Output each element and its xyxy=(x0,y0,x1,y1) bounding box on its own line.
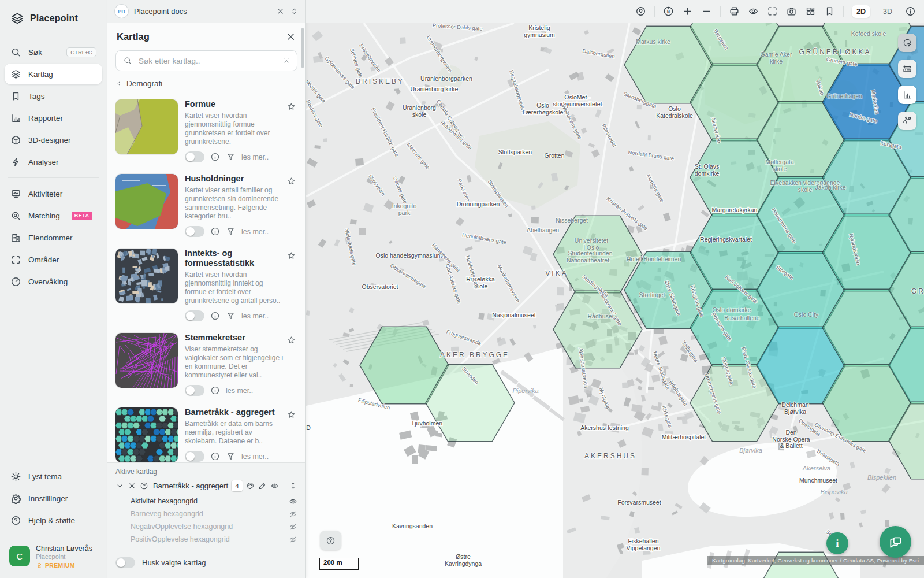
layer-card-inntekts-og-formuesstatistikk[interactable]: Inntekts- og formuesstatistikkKartet vis… xyxy=(116,243,297,327)
layer-toggle[interactable] xyxy=(185,385,204,396)
sidebar-item-s-k[interactable]: SøkCTRL+G xyxy=(5,42,102,62)
layer-card-barnetr-kk-aggregert[interactable]: Barnetråkk - aggregertBarnetråkk er data… xyxy=(116,402,297,462)
favorite-star-icon[interactable] xyxy=(286,410,296,420)
sidebar-item-matching[interactable]: MatchingBETA xyxy=(5,205,102,226)
filter-icon[interactable] xyxy=(226,311,236,321)
travel-time-tool-button[interactable] xyxy=(898,112,916,130)
favorite-star-icon[interactable] xyxy=(286,102,296,112)
map-canvas[interactable]: Professor Dahls gateKristeliggymnasiumBR… xyxy=(306,23,924,578)
mode-3d-button[interactable]: 3D xyxy=(878,5,897,18)
sidebar-item-tags[interactable]: Tags xyxy=(5,86,102,106)
mode-2d-button[interactable]: 2D xyxy=(852,5,870,18)
hidden-eye-icon[interactable] xyxy=(289,523,297,531)
map-info-button[interactable]: i xyxy=(826,532,848,554)
favorite-star-icon[interactable] xyxy=(286,335,296,345)
select-tool-button[interactable] xyxy=(898,34,916,52)
chevron-down-icon[interactable] xyxy=(116,481,124,490)
sidebar-item-analyser[interactable]: Analyser xyxy=(5,151,102,172)
sidebar-item-rapporter[interactable]: Rapporter xyxy=(5,108,102,128)
chart-tool-button[interactable] xyxy=(898,86,916,104)
draw-pin-icon[interactable] xyxy=(635,6,646,17)
zoom-out-icon[interactable] xyxy=(701,6,712,17)
layer-thumbnail xyxy=(116,99,178,154)
read-more-link[interactable]: les mer.. xyxy=(241,453,269,461)
compass-icon[interactable]: N xyxy=(663,6,674,17)
scrollbar-thumb[interactable] xyxy=(301,28,304,68)
sidebar-item-hjelp-st-tte[interactable]: Hjelp & støtte xyxy=(5,510,102,531)
svg-text:FiskehallenVippetangen: FiskehallenVippetangen xyxy=(627,538,661,551)
sidebar-item-lyst-tema[interactable]: Lyst tema xyxy=(5,466,102,487)
sidebar-item-eiendommer[interactable]: Eiendommer xyxy=(5,227,102,248)
divider xyxy=(720,6,721,17)
visible-eye-icon[interactable] xyxy=(289,497,297,506)
sublayer-row-negativopplevelse-hexagongrid[interactable]: NegativOpplevelse hexagongrid xyxy=(131,520,297,533)
layer-card-husholdninger[interactable]: HusholdningerKartet viser antall familie… xyxy=(116,168,297,243)
hidden-eye-icon[interactable] xyxy=(289,510,297,518)
app-logo[interactable]: Placepoint xyxy=(0,0,107,35)
screenshot-icon[interactable] xyxy=(786,6,797,17)
info-icon[interactable] xyxy=(210,451,220,461)
layer-toggle[interactable] xyxy=(185,451,204,462)
read-more-link[interactable]: les mer.. xyxy=(241,312,269,320)
info-icon[interactable] xyxy=(210,227,220,236)
favorite-star-icon[interactable] xyxy=(286,176,296,186)
layer-card-formue[interactable]: FormueKartet viser hvordan gjennomsnittl… xyxy=(116,94,297,168)
info-icon[interactable] xyxy=(210,152,220,162)
print-icon[interactable] xyxy=(729,6,740,17)
user-profile[interactable]: C Christian Løverås Placepoint PREMIUM xyxy=(0,538,107,578)
widgets-icon[interactable] xyxy=(805,6,816,17)
remember-layers-toggle[interactable] xyxy=(116,557,135,568)
visibility-icon[interactable] xyxy=(748,6,759,17)
sublayer-row-aktivitet-hexagongrid[interactable]: Aktivitet hexagongrid xyxy=(131,495,297,507)
sidebar-item-3d-designer[interactable]: 3D-designer xyxy=(5,129,102,150)
read-more-link[interactable]: les mer.. xyxy=(241,153,269,161)
sidebar-item-innstillinger[interactable]: Innstillinger xyxy=(5,488,102,509)
favorite-star-icon[interactable] xyxy=(286,251,296,261)
sublayer-row-positivopplevelse-hexagongrid[interactable]: PositivOpplevelse hexagongrid xyxy=(131,533,297,546)
close-panel-icon[interactable] xyxy=(285,31,296,42)
active-layers-heading: Aktive kartlag xyxy=(116,468,297,476)
layer-visibility-icon[interactable] xyxy=(270,481,279,490)
svg-text:Bispekilen: Bispekilen xyxy=(867,474,896,481)
sidebar-item-omr-der[interactable]: Områder xyxy=(5,249,102,270)
layer-search[interactable] xyxy=(116,50,297,71)
info-icon[interactable] xyxy=(210,311,220,321)
info-icon[interactable] xyxy=(210,386,220,395)
layer-toggle[interactable] xyxy=(185,226,204,237)
filter-icon[interactable] xyxy=(226,227,236,236)
filter-icon[interactable] xyxy=(226,451,236,461)
sidebar-item-aktiviteter[interactable]: Aktiviteter xyxy=(5,183,102,204)
sublayer-row-barneveg-hexagongrid[interactable]: Barneveg hexagongrid xyxy=(131,507,297,520)
layer-card-stemmekretser[interactable]: StemmekretserViser stemmekretser og valg… xyxy=(116,327,297,402)
hidden-eye-icon[interactable] xyxy=(289,535,297,544)
chat-button[interactable] xyxy=(880,526,911,558)
doc-tab[interactable]: PD Placepoint docs xyxy=(107,0,305,23)
close-doc-icon[interactable] xyxy=(276,7,285,16)
breadcrumb[interactable]: Demografi xyxy=(116,71,297,91)
measure-tool-button[interactable] xyxy=(898,60,916,78)
layer-info-icon[interactable] xyxy=(140,481,148,490)
read-more-link[interactable]: les mer.. xyxy=(241,228,269,236)
fullscreen-icon[interactable] xyxy=(767,6,778,17)
palette-icon[interactable] xyxy=(246,481,255,490)
search-input[interactable] xyxy=(137,56,278,66)
help-button[interactable] xyxy=(320,531,341,550)
svg-text:Dronningparken: Dronningparken xyxy=(457,201,500,208)
collapse-chevrons-icon[interactable] xyxy=(290,7,299,16)
filter-icon[interactable] xyxy=(226,152,236,162)
active-layer-row[interactable]: Barnetråkk - aggregert 4 xyxy=(116,480,297,491)
read-more-link[interactable]: les mer.. xyxy=(226,387,253,395)
layer-toggle[interactable] xyxy=(185,310,204,321)
sidebar: Placepoint SøkCTRL+GKartlagTagsRapporter… xyxy=(0,0,107,578)
remove-layer-icon[interactable] xyxy=(128,481,136,490)
svg-text:Oslo domkirke: Oslo domkirke xyxy=(712,306,751,313)
sidebar-item-kartlag[interactable]: Kartlag xyxy=(5,64,102,84)
sidebar-item-overv-king[interactable]: Overvåking xyxy=(5,271,102,292)
edit-icon[interactable] xyxy=(258,481,267,490)
bookmark-icon[interactable] xyxy=(824,6,835,17)
clear-search-icon[interactable] xyxy=(283,57,290,64)
map-about-icon[interactable] xyxy=(905,6,916,17)
zoom-in-icon[interactable] xyxy=(682,6,693,17)
layer-toggle[interactable] xyxy=(185,151,204,162)
reorder-icon[interactable] xyxy=(289,481,297,490)
